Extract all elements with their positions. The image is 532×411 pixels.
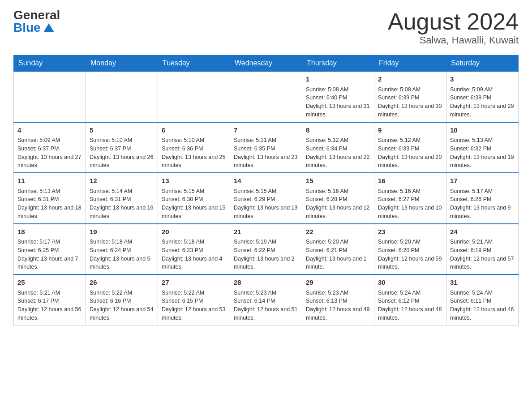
calendar-cell: 19Sunrise: 5:18 AMSunset: 6:24 PMDayligh… [86, 224, 158, 275]
calendar-cell: 4Sunrise: 5:09 AMSunset: 6:37 PMDaylight… [14, 122, 86, 173]
calendar-cell: 14Sunrise: 5:15 AMSunset: 6:29 PMDayligh… [230, 173, 302, 224]
calendar-cell: 20Sunrise: 5:18 AMSunset: 6:23 PMDayligh… [158, 224, 230, 275]
day-info: Sunrise: 5:16 AMSunset: 6:28 PMDaylight:… [306, 187, 370, 221]
day-info: Sunrise: 5:14 AMSunset: 6:31 PMDaylight:… [90, 187, 154, 221]
day-number: 29 [306, 278, 370, 288]
day-number: 16 [378, 176, 442, 186]
day-info: Sunrise: 5:24 AMSunset: 6:12 PMDaylight:… [378, 289, 442, 322]
day-number: 22 [306, 227, 370, 237]
calendar-cell: 13Sunrise: 5:15 AMSunset: 6:30 PMDayligh… [158, 173, 230, 224]
day-info: Sunrise: 5:22 AMSunset: 6:16 PMDaylight:… [90, 289, 154, 322]
day-info: Sunrise: 5:13 AMSunset: 6:32 PMDaylight:… [450, 136, 515, 170]
calendar-cell: 11Sunrise: 5:13 AMSunset: 6:31 PMDayligh… [14, 173, 86, 224]
day-number: 24 [450, 227, 515, 237]
calendar-cell: 16Sunrise: 5:16 AMSunset: 6:27 PMDayligh… [374, 173, 446, 224]
calendar-cell: 28Sunrise: 5:23 AMSunset: 6:14 PMDayligh… [230, 274, 302, 325]
calendar-cell: 18Sunrise: 5:17 AMSunset: 6:25 PMDayligh… [14, 224, 86, 275]
calendar-cell: 30Sunrise: 5:24 AMSunset: 6:12 PMDayligh… [374, 274, 446, 325]
day-info: Sunrise: 5:24 AMSunset: 6:11 PMDaylight:… [450, 289, 515, 322]
day-number: 26 [90, 278, 154, 288]
day-info: Sunrise: 5:15 AMSunset: 6:29 PMDaylight:… [234, 187, 298, 221]
day-info: Sunrise: 5:18 AMSunset: 6:23 PMDaylight:… [162, 238, 226, 271]
day-info: Sunrise: 5:17 AMSunset: 6:25 PMDaylight:… [17, 238, 82, 271]
calendar-cell: 3Sunrise: 5:09 AMSunset: 6:38 PMDaylight… [446, 71, 519, 122]
day-number: 12 [90, 176, 154, 186]
calendar-cell: 1Sunrise: 5:08 AMSunset: 6:40 PMDaylight… [302, 71, 374, 122]
day-number: 20 [162, 227, 226, 237]
calendar-cell: 25Sunrise: 5:21 AMSunset: 6:17 PMDayligh… [14, 274, 86, 325]
day-number: 3 [450, 74, 515, 85]
logo-blue-text: Blue [13, 21, 54, 34]
day-number: 10 [450, 125, 515, 136]
calendar-cell: 29Sunrise: 5:23 AMSunset: 6:13 PMDayligh… [302, 274, 374, 325]
day-info: Sunrise: 5:12 AMSunset: 6:33 PMDaylight:… [378, 136, 442, 170]
day-info: Sunrise: 5:11 AMSunset: 6:35 PMDaylight:… [234, 136, 298, 170]
calendar-cell: 26Sunrise: 5:22 AMSunset: 6:16 PMDayligh… [86, 274, 158, 325]
day-info: Sunrise: 5:20 AMSunset: 6:21 PMDaylight:… [306, 238, 370, 271]
calendar-cell: 27Sunrise: 5:22 AMSunset: 6:15 PMDayligh… [158, 274, 230, 325]
title-block: August 2024 Salwa, Hawalli, Kuwait [388, 9, 519, 46]
calendar-cell [158, 71, 230, 122]
day-number: 21 [234, 227, 298, 237]
calendar-cell: 22Sunrise: 5:20 AMSunset: 6:21 PMDayligh… [302, 224, 374, 275]
day-info: Sunrise: 5:23 AMSunset: 6:13 PMDaylight:… [306, 289, 370, 322]
day-number: 15 [306, 176, 370, 186]
calendar-week-row: 18Sunrise: 5:17 AMSunset: 6:25 PMDayligh… [14, 224, 519, 275]
calendar-day-header: Tuesday [158, 56, 230, 72]
calendar-cell: 8Sunrise: 5:12 AMSunset: 6:34 PMDaylight… [302, 122, 374, 173]
day-info: Sunrise: 5:18 AMSunset: 6:24 PMDaylight:… [90, 238, 154, 271]
calendar-week-row: 4Sunrise: 5:09 AMSunset: 6:37 PMDaylight… [14, 122, 519, 173]
calendar-cell: 23Sunrise: 5:20 AMSunset: 6:20 PMDayligh… [374, 224, 446, 275]
day-number: 17 [450, 176, 515, 186]
day-info: Sunrise: 5:10 AMSunset: 6:37 PMDaylight:… [90, 136, 154, 170]
day-number: 31 [450, 278, 515, 288]
day-info: Sunrise: 5:09 AMSunset: 6:37 PMDaylight:… [17, 136, 82, 170]
day-info: Sunrise: 5:21 AMSunset: 6:19 PMDaylight:… [450, 238, 515, 271]
day-number: 19 [90, 227, 154, 237]
day-info: Sunrise: 5:09 AMSunset: 6:38 PMDaylight:… [450, 86, 515, 119]
calendar-week-row: 11Sunrise: 5:13 AMSunset: 6:31 PMDayligh… [14, 173, 519, 224]
day-number: 30 [378, 278, 442, 288]
day-info: Sunrise: 5:17 AMSunset: 6:26 PMDaylight:… [450, 187, 515, 221]
calendar-cell: 2Sunrise: 5:08 AMSunset: 6:39 PMDaylight… [374, 71, 446, 122]
day-number: 23 [378, 227, 442, 237]
calendar-day-header: Thursday [302, 56, 374, 72]
calendar-day-header: Sunday [14, 56, 86, 72]
calendar-cell [86, 71, 158, 122]
calendar-cell: 15Sunrise: 5:16 AMSunset: 6:28 PMDayligh… [302, 173, 374, 224]
day-number: 9 [378, 125, 442, 136]
day-number: 8 [306, 125, 370, 136]
day-info: Sunrise: 5:13 AMSunset: 6:31 PMDaylight:… [17, 187, 82, 221]
day-info: Sunrise: 5:21 AMSunset: 6:17 PMDaylight:… [17, 289, 82, 322]
calendar-cell: 7Sunrise: 5:11 AMSunset: 6:35 PMDaylight… [230, 122, 302, 173]
day-number: 7 [234, 125, 298, 136]
calendar-cell: 10Sunrise: 5:13 AMSunset: 6:32 PMDayligh… [446, 122, 519, 173]
calendar-cell [230, 71, 302, 122]
day-number: 11 [17, 176, 82, 186]
day-number: 28 [234, 278, 298, 288]
page-header: General Blue August 2024 Salwa, Hawalli,… [13, 9, 519, 46]
calendar-subtitle: Salwa, Hawalli, Kuwait [388, 34, 519, 46]
calendar-cell: 5Sunrise: 5:10 AMSunset: 6:37 PMDaylight… [86, 122, 158, 173]
day-number: 25 [17, 278, 82, 288]
logo-triangle-icon [43, 23, 54, 32]
calendar-table: SundayMondayTuesdayWednesdayThursdayFrid… [13, 55, 519, 325]
day-number: 27 [162, 278, 226, 288]
calendar-day-header: Friday [374, 56, 446, 72]
day-number: 6 [162, 125, 226, 136]
day-number: 18 [17, 227, 82, 237]
calendar-cell: 17Sunrise: 5:17 AMSunset: 6:26 PMDayligh… [446, 173, 519, 224]
day-info: Sunrise: 5:15 AMSunset: 6:30 PMDaylight:… [162, 187, 226, 221]
calendar-week-row: 25Sunrise: 5:21 AMSunset: 6:17 PMDayligh… [14, 274, 519, 325]
calendar-cell: 6Sunrise: 5:10 AMSunset: 6:36 PMDaylight… [158, 122, 230, 173]
day-number: 2 [378, 74, 442, 85]
calendar-cell: 12Sunrise: 5:14 AMSunset: 6:31 PMDayligh… [86, 173, 158, 224]
day-info: Sunrise: 5:08 AMSunset: 6:39 PMDaylight:… [378, 86, 442, 119]
day-info: Sunrise: 5:16 AMSunset: 6:27 PMDaylight:… [378, 187, 442, 221]
calendar-cell [14, 71, 86, 122]
day-number: 13 [162, 176, 226, 186]
logo-general-text: General [13, 9, 60, 21]
day-info: Sunrise: 5:08 AMSunset: 6:40 PMDaylight:… [306, 86, 370, 119]
calendar-cell: 31Sunrise: 5:24 AMSunset: 6:11 PMDayligh… [446, 274, 519, 325]
calendar-title: August 2024 [388, 9, 519, 34]
